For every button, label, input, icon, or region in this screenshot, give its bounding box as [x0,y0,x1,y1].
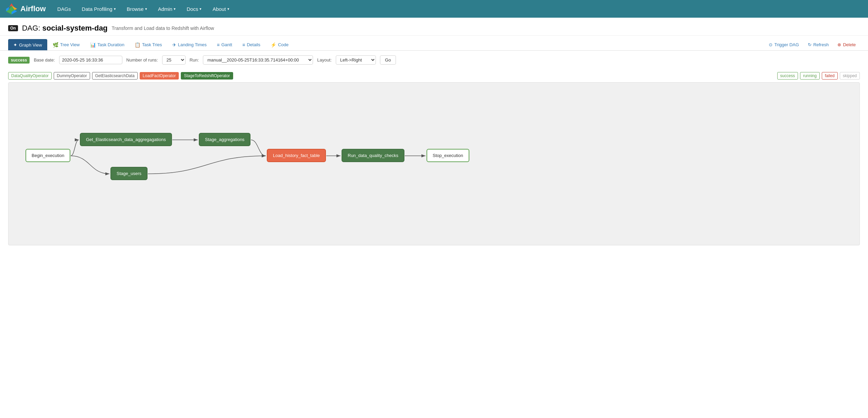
brand-name: Airflow [20,4,46,13]
base-date-input[interactable] [59,56,122,64]
legend-elastic: GetElasticsearchData [92,72,138,80]
tab-graph-view[interactable]: ✦ Graph View [8,39,47,50]
trigger-dag-button[interactable]: ⊙ Trigger DAG [765,40,803,49]
tab-details[interactable]: ≡ Details [238,39,265,50]
title-prefix: DAG: [22,24,40,32]
runs-select[interactable]: 25 [162,55,186,65]
nav-about[interactable]: About ▾ [208,3,234,15]
nav-browse[interactable]: Browse ▾ [122,3,152,15]
task-tries-icon: 📋 [135,42,140,48]
delete-button[interactable]: ⊗ Delete [833,40,860,49]
dag-name: social-system-dag [42,24,108,32]
dag-node-get-elasticsearch[interactable]: Get_Elasticsearch_data_aggregagations [80,133,172,146]
dag-edges-svg [8,83,860,245]
page-title: DAG: social-system-dag [22,24,108,33]
dag-node-stage-users[interactable]: Stage_users [110,167,147,180]
dag-node-stage-aggregations[interactable]: Stage_aggregations [199,133,250,146]
trigger-icon: ⊙ [769,42,772,47]
nav-docs[interactable]: Docs ▾ [182,3,206,15]
dag-node-run-quality[interactable]: Run_data_quality_checks [342,149,404,162]
landing-times-icon: ✈ [172,42,176,48]
legend-bar: DataQualityOperator DummyOperator GetEla… [0,69,868,82]
gantt-icon: ≡ [217,42,220,48]
refresh-icon: ↻ [808,42,812,47]
details-icon: ≡ [242,42,245,48]
nav-browse-caret: ▾ [145,7,147,11]
nav-dags[interactable]: DAGs [53,3,76,15]
nav-about-caret: ▾ [227,7,229,11]
status-running: running [800,72,820,80]
legend-load-fact: LoadFactOperator [140,72,179,80]
go-button[interactable]: Go [380,55,396,65]
nav-data-profiling-caret: ▾ [114,7,116,11]
delete-icon: ⊗ [837,42,841,47]
tab-landing-times[interactable]: ✈ Landing Times [168,39,212,50]
controls-bar: success Base date: Number of runs: 25 Ru… [0,51,868,69]
tab-code[interactable]: ⚡ Code [266,39,293,50]
dag-node-begin-execution[interactable]: Begin_execution [25,149,70,162]
airflow-logo-icon [5,3,18,15]
tab-task-duration[interactable]: 📊 Task Duration [85,39,129,50]
legend-data-quality: DataQualityOperator [8,72,52,80]
legend-dummy: DummyOperator [54,72,90,80]
tab-gantt[interactable]: ≡ Gantt [212,39,237,50]
navbar: Airflow DAGs Data Profiling ▾ Browse ▾ A… [0,0,868,18]
dag-on-badge[interactable]: On [8,25,18,31]
code-icon: ⚡ [271,42,276,48]
legend-operators: DataQualityOperator DummyOperator GetEla… [8,72,233,80]
graph-view-icon: ✦ [13,42,17,48]
runs-label: Number of runs: [126,57,158,63]
base-date-label: Base date: [34,57,55,63]
legend-statuses: success running failed skipped [777,72,860,80]
dag-node-stop-execution[interactable]: Stop_execution [427,149,469,162]
tree-view-icon: 🌿 [53,42,58,48]
layout-label: Layout: [317,57,332,63]
nav-docs-caret: ▾ [199,7,202,11]
page-subtitle: Transform and Load data to Redshift with… [112,25,214,31]
run-select[interactable]: manual__2020-05-25T16:33:35.714164+00:00 [203,55,313,65]
nav-admin-caret: ▾ [174,7,176,11]
status-failed: failed [822,72,838,80]
graph-area[interactable]: Begin_execution Get_Elasticsearch_data_a… [8,82,860,245]
run-label: Run: [190,57,199,63]
task-duration-icon: 📊 [90,42,96,48]
main-content: On DAG: social-system-dag Transform and … [0,18,868,418]
nav-admin[interactable]: Admin ▾ [153,3,181,15]
status-skipped: skipped [840,72,860,80]
view-tabs: ✦ Graph View 🌿 Tree View 📊 Task Duration… [0,36,868,51]
refresh-button[interactable]: ↻ Refresh [804,40,833,49]
legend-stage-redshift: StageToRedshiftOperator [181,72,233,80]
layout-select[interactable]: Left->Right [336,55,376,65]
status-badge: success [8,57,30,64]
brand-logo[interactable]: Airflow [5,3,46,15]
status-success: success [777,72,798,80]
tab-task-tries[interactable]: 📋 Task Tries [130,39,167,50]
tab-tree-view[interactable]: 🌿 Tree View [48,39,85,50]
page-header: On DAG: social-system-dag Transform and … [0,18,868,36]
dag-node-load-history[interactable]: Load_history_fact_table [267,149,326,162]
nav-data-profiling[interactable]: Data Profiling ▾ [77,3,121,15]
